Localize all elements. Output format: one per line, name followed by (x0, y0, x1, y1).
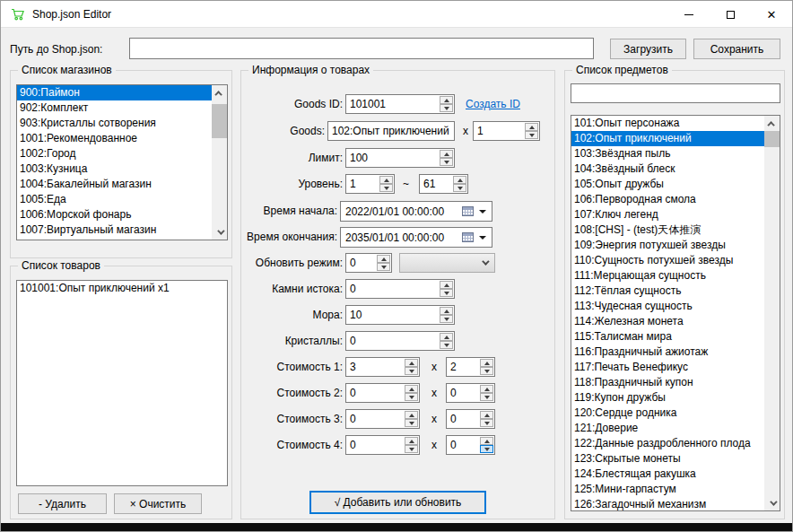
spin-up-button[interactable] (440, 96, 453, 104)
dropdown-arrow-icon[interactable] (479, 236, 486, 240)
goods-input[interactable] (327, 121, 455, 141)
path-input[interactable] (129, 38, 594, 59)
list-item[interactable]: 124:Блестящая ракушка (571, 467, 764, 482)
dropdown-arrow-icon[interactable] (479, 210, 486, 214)
create-id-link[interactable]: Создать ID (466, 98, 520, 110)
load-button[interactable]: Загрузить (610, 39, 686, 59)
minimize-button[interactable] (668, 1, 710, 28)
spin-up-button[interactable] (440, 150, 453, 158)
spin-down-button[interactable] (480, 393, 493, 401)
spin-up-button[interactable] (480, 437, 493, 445)
list-item[interactable]: 126:Загадочный механизм (571, 497, 764, 511)
list-item[interactable]: 1002:Город (17, 146, 212, 161)
scroll-up-button[interactable] (764, 116, 780, 131)
list-item[interactable]: 117:Печать Венефикус (571, 360, 764, 375)
cost3-id-input[interactable] (346, 410, 404, 428)
clear-button[interactable]: × Очистить (114, 493, 202, 514)
list-item[interactable]: 1004:Бакалейный магазин (17, 177, 212, 192)
list-item[interactable]: 109:Энергия потухшей звезды (571, 238, 764, 253)
scroll-down-button[interactable] (764, 495, 780, 510)
list-item[interactable]: 102:Опыт приключений (571, 131, 764, 146)
cost2-id-spinner[interactable] (345, 383, 420, 403)
list-item[interactable]: 1007:Виртуальный магазин (17, 222, 212, 238)
list-item[interactable]: 122:Данные раздробленного плода (571, 436, 764, 451)
catalog-scrollbar[interactable] (764, 116, 780, 510)
spin-down-button[interactable] (525, 131, 538, 139)
shops-listbox[interactable]: 900:Паймон902:Комплект903:Кристаллы сотв… (16, 84, 228, 240)
spin-up-button[interactable] (405, 359, 418, 367)
cost3-count-input[interactable] (447, 410, 479, 428)
cost4-id-input[interactable] (346, 436, 404, 454)
spin-down-button[interactable] (377, 263, 390, 271)
spin-down-button[interactable] (440, 158, 453, 166)
spin-up-button[interactable] (405, 411, 418, 419)
spin-down-button[interactable] (405, 393, 418, 401)
primogem-input[interactable] (346, 280, 439, 298)
end-time-picker[interactable]: 2035/01/01 00:00:00 (340, 227, 492, 248)
spin-up-button[interactable] (525, 123, 538, 131)
goods-id-input[interactable] (346, 95, 439, 113)
scroll-down-button[interactable] (212, 224, 227, 240)
list-item[interactable]: 111:Мерцающая сущность (571, 268, 764, 283)
mora-spinner[interactable] (345, 305, 455, 325)
primogem-spinner[interactable] (345, 279, 455, 299)
list-item[interactable]: 108:[CHS] - (test)天体推演 (571, 222, 764, 238)
cost1-count-spinner[interactable] (446, 357, 495, 377)
close-button[interactable]: ✕ (751, 1, 792, 28)
list-item[interactable]: 116:Праздничный ажиотаж (571, 344, 764, 360)
spin-up-button[interactable] (480, 411, 493, 419)
mora-input[interactable] (346, 306, 439, 324)
list-item[interactable]: 902:Комплект (17, 100, 212, 116)
list-item[interactable]: 112:Тёплая сущность (571, 283, 764, 299)
list-item[interactable]: 114:Железная монета (571, 314, 764, 329)
list-item[interactable]: 115:Талисман мира (571, 329, 764, 344)
list-item[interactable]: 1001:Рекомендованное (17, 131, 212, 146)
list-item[interactable]: 1006:Морской фонарь (17, 207, 212, 222)
spin-down-button[interactable] (480, 367, 493, 375)
cost4-id-spinner[interactable] (345, 435, 420, 455)
list-item[interactable]: 119:Купон дружбы (571, 390, 764, 406)
spin-up-button[interactable] (440, 281, 453, 289)
scroll-thumb[interactable] (764, 131, 780, 147)
goods-count-input[interactable] (474, 122, 524, 140)
list-item[interactable]: 120:Сердце родника (571, 406, 764, 421)
refresh-mode-input[interactable] (346, 254, 376, 272)
list-item[interactable]: 900:Паймон (17, 85, 212, 100)
begin-time-picker[interactable]: 2022/01/01 00:00:00 (340, 201, 492, 222)
list-item[interactable]: 101001:Опыт приключений x1 (17, 281, 227, 296)
list-item[interactable]: 113:Чудесная сущность (571, 299, 764, 314)
cost2-count-spinner[interactable] (446, 383, 495, 403)
cost1-id-input[interactable] (346, 358, 404, 376)
catalog-listbox[interactable]: 101:Опыт персонажа102:Опыт приключений10… (571, 115, 780, 511)
list-item[interactable]: 106:Первородная смола (571, 192, 764, 207)
level-max-spinner[interactable] (419, 174, 468, 194)
list-item[interactable]: 110:Сущность потухшей звезды (571, 253, 764, 268)
maximize-button[interactable] (710, 1, 751, 28)
cost3-count-spinner[interactable] (446, 409, 495, 429)
cost4-count-spinner[interactable] (446, 435, 495, 455)
delete-button[interactable]: - Удалить (18, 493, 107, 514)
shops-scrollbar[interactable] (212, 85, 227, 240)
spin-up-button[interactable] (377, 255, 390, 263)
catalog-filter-input[interactable] (571, 83, 780, 103)
add-or-update-button[interactable]: √ Добавить или обновить (309, 491, 486, 514)
spin-down-button[interactable] (405, 367, 418, 375)
crystal-input[interactable] (346, 332, 439, 350)
spin-down-button[interactable] (440, 315, 453, 323)
list-item[interactable]: 103:Звёздная пыль (571, 146, 764, 161)
spin-up-button[interactable] (440, 333, 453, 341)
spin-down-button[interactable] (405, 419, 418, 427)
goods-id-spinner[interactable] (345, 94, 455, 114)
cost2-id-input[interactable] (346, 384, 404, 402)
level-min-input[interactable] (346, 175, 379, 193)
cart-listbox[interactable]: 101001:Опыт приключений x1 (16, 280, 228, 486)
goods-count-spinner[interactable] (473, 121, 540, 141)
spin-up-button[interactable] (405, 437, 418, 445)
refresh-mode-combobox[interactable] (399, 253, 495, 273)
list-item[interactable]: 101:Опыт персонажа (571, 116, 764, 131)
refresh-mode-spinner[interactable] (345, 253, 392, 273)
list-item[interactable]: 1003:Кузница (17, 161, 212, 177)
spin-up-button[interactable] (405, 385, 418, 393)
list-item[interactable]: 118:Праздничный купон (571, 375, 764, 390)
spin-up-button[interactable] (480, 385, 493, 393)
